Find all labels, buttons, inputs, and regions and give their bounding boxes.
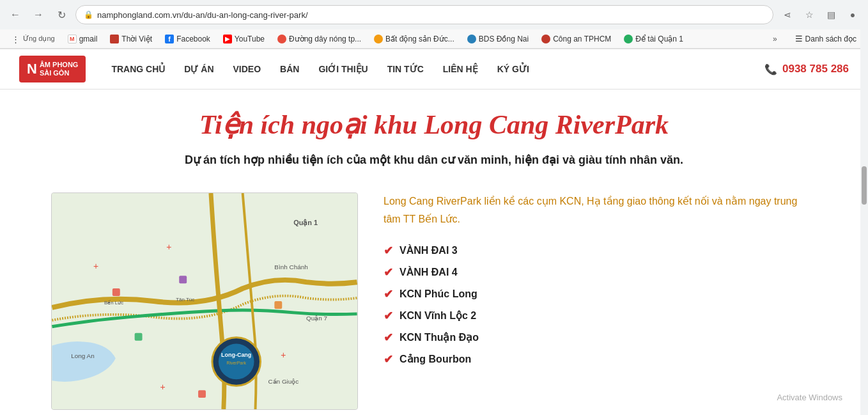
svg-text:Bình Chánh: Bình Chánh (274, 264, 308, 271)
bookmark-cong-an-label: Công an TPHCM (553, 35, 611, 43)
bookmark-thoi-viet-label: Thời Việt (121, 35, 152, 43)
svg-text:+: + (93, 262, 98, 272)
reading-list-icon: ☰ (795, 34, 803, 43)
bds-duc-icon (374, 35, 383, 43)
apps-icon: ⋮ (12, 35, 20, 43)
bookmark-bds-duc[interactable]: Bất động sản Đức... (369, 33, 460, 45)
check-icon-4: ✔ (384, 309, 393, 323)
nav-tin-tuc[interactable]: TIN TỨC (387, 64, 424, 74)
bookmark-bds-duc-label: Bất động sản Đức... (385, 35, 454, 43)
phone-number: 0938 785 286 (782, 63, 849, 75)
checklist-item-4: ✔ KCN Vĩnh Lộc 2 (384, 309, 817, 323)
bookmark-cong-an[interactable]: Công an TPHCM (536, 33, 616, 45)
subtitle: Dự án tích hợp nhiều tiện ích của một kh… (51, 153, 817, 167)
svg-rect-16 (274, 301, 282, 309)
checklist-item-1: ✔ VÀNH ĐAI 3 (384, 244, 817, 258)
checklist-item-6: ✔ Cảng Bourbon (384, 352, 817, 366)
svg-text:RiverPark: RiverPark (226, 361, 246, 366)
forward-button[interactable]: → (29, 6, 47, 24)
facebook-icon: f (165, 35, 174, 43)
svg-rect-15 (179, 276, 187, 284)
map-svg: Quận 1 Bình Chánh Quận 7 Long An Cần Giu… (52, 193, 357, 409)
profile-icon-button[interactable]: ● (844, 6, 862, 24)
checklist-label-1: VÀNH ĐAI 3 (399, 245, 458, 256)
address-bar[interactable]: 🔒 namphongland.com.vn/du-an/du-an-long-c… (75, 5, 773, 24)
gmail-icon: M (68, 35, 77, 43)
thoi-viet-icon (110, 35, 119, 43)
svg-text:+: + (160, 382, 165, 393)
bds-dong-nai-icon (467, 35, 476, 43)
scrollbar[interactable] (860, 0, 868, 415)
bookmark-duong-day-label: Đường dây nóng tp... (289, 35, 361, 43)
lock-icon: 🔒 (84, 10, 93, 19)
logo[interactable]: N ÂM PHONG SÀI GÒN (19, 56, 86, 82)
reading-list-label: Danh sách đọc (805, 35, 856, 43)
duong-day-icon (277, 35, 286, 43)
bookmark-de-tai[interactable]: Để tài Quận 1 (619, 33, 688, 45)
bookmarks-more[interactable]: » (768, 33, 782, 45)
logo-letter: N (27, 61, 37, 77)
check-icon-6: ✔ (384, 352, 393, 366)
svg-text:Quận 1: Quận 1 (293, 219, 318, 227)
website: N ÂM PHONG SÀI GÒN TRANG CHỦ DỰ ÁN VIDEO… (0, 49, 868, 415)
check-icon-1: ✔ (384, 244, 393, 258)
check-icon-2: ✔ (384, 265, 393, 279)
bookmark-youtube[interactable]: ▶ YouTube (218, 33, 270, 45)
nav-du-an[interactable]: DỰ ÁN (184, 64, 213, 74)
bookmark-duong-day[interactable]: Đường dây nóng tp... (272, 33, 366, 45)
browser-chrome: ← → ↻ 🔒 namphongland.com.vn/du-an/du-an-… (0, 0, 868, 49)
page-title: Tiện ích ngoại khu Long Cang RiverPark (51, 109, 817, 140)
checklist-item-2: ✔ VÀNH ĐAI 4 (384, 265, 817, 279)
bookmark-bds-dong-nai-label: BDS Đồng Nai (479, 35, 529, 43)
bookmark-apps[interactable]: ⋮ Ứng dụng (6, 33, 60, 45)
bookmark-gmail-label: gmail (79, 35, 98, 43)
bookmark-bds-dong-nai[interactable]: BDS Đồng Nai (462, 33, 534, 45)
nav-lien-he[interactable]: LIÊN HỆ (443, 64, 478, 74)
cong-an-icon (541, 35, 550, 43)
refresh-button[interactable]: ↻ (52, 6, 70, 24)
svg-text:Cần Giuộc: Cần Giuộc (268, 379, 298, 386)
nav-phone[interactable]: 📞 0938 785 286 (764, 63, 849, 75)
cast-icon-button[interactable]: ▤ (822, 6, 840, 24)
grid-icon-button[interactable]: ⋖ (779, 6, 796, 24)
svg-rect-17 (135, 333, 143, 341)
svg-rect-14 (112, 288, 120, 296)
reading-list-button[interactable]: ☰ Danh sách đọc (790, 32, 862, 45)
check-icon-3: ✔ (384, 287, 393, 301)
logo-line1: ÂM PHONG (40, 61, 79, 69)
phone-icon: 📞 (764, 63, 777, 75)
browser-toolbar: ← → ↻ 🔒 namphongland.com.vn/du-an/du-an-… (0, 0, 868, 29)
scrollbar-thumb[interactable] (862, 166, 867, 205)
two-col-layout: Quận 1 Bình Chánh Quận 7 Long An Cần Giu… (51, 192, 817, 410)
bookmark-de-tai-label: Để tài Quận 1 (635, 35, 683, 43)
bookmark-youtube-label: YouTube (235, 35, 265, 43)
nav-video[interactable]: VIDEO (233, 64, 261, 74)
svg-text:+: + (281, 350, 286, 361)
bookmark-apps-label: Ứng dụng (23, 35, 55, 43)
nav-ban[interactable]: BÁN (280, 64, 299, 74)
bookmarks-bar: ⋮ Ứng dụng M gmail Thời Việt f Facebook … (0, 29, 868, 49)
checklist-label-5: KCN Thuận Đạo (399, 331, 479, 343)
bookmark-facebook[interactable]: f Facebook (160, 33, 215, 45)
svg-text:Bến Lức: Bến Lức (104, 300, 123, 306)
logo-area: N ÂM PHONG SÀI GÒN (19, 56, 86, 82)
check-icon-5: ✔ (384, 331, 393, 345)
checklist-label-6: Cảng Bourbon (399, 353, 471, 365)
toolbar-icons: ⋖ ☆ ▤ ● (779, 6, 862, 24)
nav-ky-gui[interactable]: KÝ GỬI (497, 64, 529, 74)
nav-gioi-thieu[interactable]: GIỚI THIỆU (318, 64, 368, 74)
back-button[interactable]: ← (6, 6, 24, 24)
main-content: Tiện ích ngoại khu Long Cang RiverPark D… (0, 90, 868, 415)
svg-text:Tân Túc: Tân Túc (176, 297, 194, 302)
checklist-item-3: ✔ KCN Phúc Long (384, 287, 817, 301)
nav-trang-chu[interactable]: TRANG CHỦ (111, 64, 165, 74)
svg-text:+: + (166, 242, 171, 253)
bookmark-gmail[interactable]: M gmail (63, 33, 103, 45)
bookmark-thoi-viet[interactable]: Thời Việt (105, 33, 157, 45)
checklist-label-4: KCN Vĩnh Lộc 2 (399, 309, 476, 322)
description-text: Long Cang RiverPark liền kề các cụm KCN,… (384, 192, 817, 227)
svg-text:Long An: Long An (71, 353, 94, 360)
site-nav: N ÂM PHONG SÀI GÒN TRANG CHỦ DỰ ÁN VIDEO… (0, 49, 868, 90)
svg-text:Quận 7: Quận 7 (306, 315, 328, 322)
star-icon-button[interactable]: ☆ (800, 6, 818, 24)
